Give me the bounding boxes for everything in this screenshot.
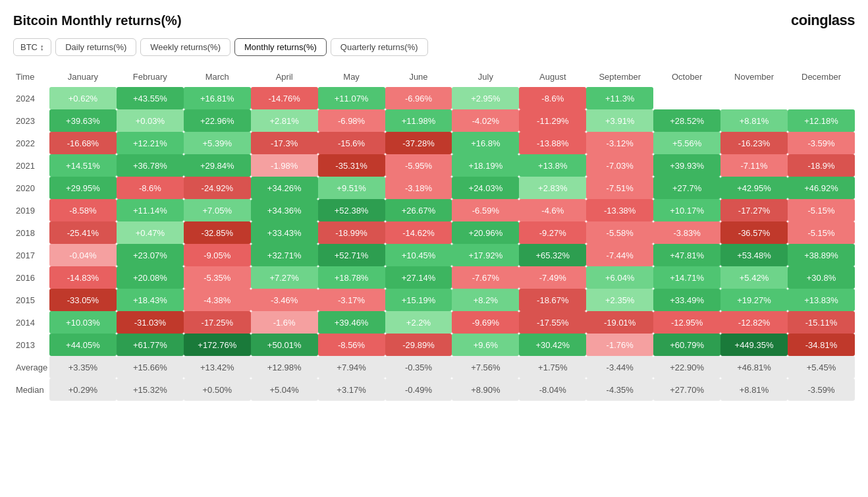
table-cell: +47.81% [653, 244, 720, 266]
table-cell: +11.14% [117, 199, 184, 221]
table-row: 2013+44.05%+61.77%+172.76%+50.01%-8.56%-… [13, 334, 855, 356]
table-cell: +22.96% [184, 109, 251, 132]
table-cell: -17.25% [184, 311, 251, 334]
table-cell: +30.8% [788, 266, 855, 289]
table-cell: -9.27% [519, 221, 586, 244]
average-row: Average+3.35%+15.66%+13.42%+12.98%+7.94%… [13, 356, 855, 378]
col-july: July [452, 67, 519, 87]
table-cell: -7.49% [519, 266, 586, 289]
table-cell: +36.78% [117, 154, 184, 177]
col-time: Time [13, 67, 49, 87]
table-cell: -16.68% [49, 132, 117, 154]
table-row: 2020+29.95%-8.6%-24.92%+34.26%+9.51%-3.1… [13, 177, 855, 199]
table-cell: +27.7% [653, 177, 720, 199]
asset-select-btc[interactable]: BTC ↕ [13, 38, 51, 56]
table-cell: -8.58% [49, 199, 117, 221]
table-cell: -14.83% [49, 266, 117, 289]
cell-year: 2018 [13, 221, 49, 244]
table-cell: +6.04% [586, 266, 653, 289]
table-cell: -1.6% [251, 311, 318, 334]
table-cell: -12.82% [720, 311, 788, 334]
col-january: January [49, 67, 117, 87]
table-cell: +16.8% [452, 132, 519, 154]
table-cell: +33.49% [653, 289, 720, 311]
table-cell: +39.46% [318, 311, 385, 334]
median-cell: +0.29% [49, 378, 117, 401]
table-cell: -7.51% [586, 177, 653, 199]
median-cell: +8.90% [452, 378, 519, 401]
table-cell: +24.03% [452, 177, 519, 199]
brand-logo: coinglass [791, 12, 855, 29]
table-cell: +11.3% [586, 87, 653, 109]
page-title: Bitcoin Monthly returns(%) [13, 13, 182, 28]
tab-daily[interactable]: Daily returns(%) [55, 38, 136, 56]
table-cell [720, 87, 788, 109]
table-cell: +172.76% [184, 334, 251, 356]
col-may: May [318, 67, 385, 87]
cell-year: 2024 [13, 87, 49, 109]
table-cell: +10.03% [49, 311, 117, 334]
cell-year: 2020 [13, 177, 49, 199]
table-cell: +27.14% [385, 266, 452, 289]
table-cell: +13.8% [519, 154, 586, 177]
table-cell: +7.27% [251, 266, 318, 289]
table-cell: +2.83% [519, 177, 586, 199]
median-cell: +15.32% [117, 378, 184, 401]
table-row: 2017-0.04%+23.07%-9.05%+32.71%+52.71%+10… [13, 244, 855, 266]
table-cell: +34.36% [251, 199, 318, 221]
table-cell: +8.81% [720, 109, 788, 132]
avg-label: Average [13, 356, 49, 378]
tab-quarterly[interactable]: Quarterly returns(%) [331, 38, 428, 56]
table-cell: -19.01% [586, 311, 653, 334]
table-cell: -0.04% [49, 244, 117, 266]
tab-weekly[interactable]: Weekly returns(%) [140, 38, 231, 56]
median-cell: -0.49% [385, 378, 452, 401]
table-cell: +46.92% [788, 177, 855, 199]
table-cell: -5.15% [788, 199, 855, 221]
table-cell: +60.79% [653, 334, 720, 356]
table-cell: +13.83% [788, 289, 855, 311]
table-row: 2019-8.58%+11.14%+7.05%+34.36%+52.38%+26… [13, 199, 855, 221]
returns-table: Time January February March April May Ju… [13, 67, 855, 401]
table-cell: -14.76% [251, 87, 318, 109]
table-cell: +65.32% [519, 244, 586, 266]
table-cell: +0.62% [49, 87, 117, 109]
table-cell: -7.11% [720, 154, 788, 177]
table-cell: +52.71% [318, 244, 385, 266]
table-cell: +17.92% [452, 244, 519, 266]
table-cell: +7.05% [184, 199, 251, 221]
table-cell: -17.55% [519, 311, 586, 334]
table-cell: -4.02% [452, 109, 519, 132]
table-cell: +8.2% [452, 289, 519, 311]
table-cell: -9.05% [184, 244, 251, 266]
table-cell: -5.58% [586, 221, 653, 244]
table-cell: +18.43% [117, 289, 184, 311]
median-cell: +8.81% [720, 378, 788, 401]
cell-year: 2016 [13, 266, 49, 289]
avg-cell: +46.81% [720, 356, 788, 378]
table-cell: +52.38% [318, 199, 385, 221]
table-cell: -33.05% [49, 289, 117, 311]
tab-monthly[interactable]: Monthly returns(%) [234, 38, 327, 56]
table-cell: -18.9% [788, 154, 855, 177]
table-cell: -36.57% [720, 221, 788, 244]
table-cell: +9.51% [318, 177, 385, 199]
table-row: 2014+10.03%-31.03%-17.25%-1.6%+39.46%+2.… [13, 311, 855, 334]
median-row: Median+0.29%+15.32%+0.50%+5.04%+3.17%-0.… [13, 378, 855, 401]
table-cell: -4.38% [184, 289, 251, 311]
cell-year: 2014 [13, 311, 49, 334]
table-cell: +11.98% [385, 109, 452, 132]
table-cell: +10.17% [653, 199, 720, 221]
table-cell: -18.67% [519, 289, 586, 311]
table-cell: -13.38% [586, 199, 653, 221]
table-row: 2024+0.62%+43.55%+16.81%-14.76%+11.07%-6… [13, 87, 855, 109]
table-row: 2021+14.51%+36.78%+29.84%-1.98%-35.31%-5… [13, 154, 855, 177]
table-cell: -18.99% [318, 221, 385, 244]
table-cell: -17.3% [251, 132, 318, 154]
median-cell: -8.04% [519, 378, 586, 401]
table-body: 2024+0.62%+43.55%+16.81%-14.76%+11.07%-6… [13, 87, 855, 401]
median-cell: -4.35% [586, 378, 653, 401]
table-cell: -15.6% [318, 132, 385, 154]
table-cell: +12.18% [788, 109, 855, 132]
table-cell: -3.83% [653, 221, 720, 244]
